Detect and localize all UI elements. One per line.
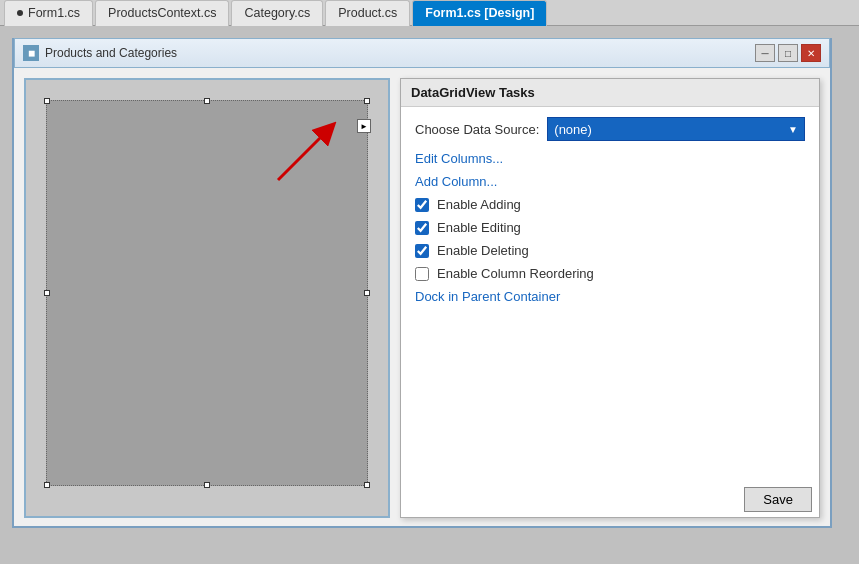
tasks-panel: DataGridView Tasks Choose Data Source: (…: [400, 78, 820, 518]
tab-productscontext[interactable]: ProductsContext.cs: [95, 0, 229, 26]
data-source-row: Choose Data Source: (none) ▼: [415, 117, 805, 141]
enable-adding-label[interactable]: Enable Adding: [437, 197, 521, 212]
enable-reordering-label[interactable]: Enable Column Reordering: [437, 266, 594, 281]
designer-body: ► DataGridView Tasks: [14, 68, 830, 528]
minimize-button[interactable]: ─: [755, 44, 775, 62]
tab-category[interactable]: Category.cs: [231, 0, 323, 26]
close-button[interactable]: ✕: [801, 44, 821, 62]
window-icon: ◼: [23, 45, 39, 61]
tasks-panel-body: Choose Data Source: (none) ▼ Edit Column…: [401, 107, 819, 314]
data-source-dropdown[interactable]: (none) ▼: [547, 117, 805, 141]
window-title: Products and Categories: [45, 46, 755, 60]
handle-middle-left[interactable]: [44, 290, 50, 296]
enable-editing-checkbox[interactable]: [415, 221, 429, 235]
enable-adding-checkbox[interactable]: [415, 198, 429, 212]
handle-top-right[interactable]: [364, 98, 370, 104]
handle-top-middle[interactable]: [204, 98, 210, 104]
form-canvas: ►: [24, 78, 390, 518]
checkbox-enable-adding: Enable Adding: [415, 197, 805, 212]
window-buttons: ─ □ ✕: [755, 44, 821, 62]
smart-tag-button[interactable]: ►: [357, 119, 371, 133]
save-button[interactable]: Save: [744, 487, 812, 512]
window-titlebar: ◼ Products and Categories ─ □ ✕: [14, 38, 830, 68]
tab-form1cs[interactable]: Form1.cs: [4, 0, 93, 26]
data-source-label: Choose Data Source:: [415, 122, 539, 137]
add-column-link[interactable]: Add Column...: [415, 174, 805, 189]
enable-deleting-checkbox[interactable]: [415, 244, 429, 258]
tab-form1design[interactable]: Form1.cs [Design]: [412, 0, 547, 26]
designer-window: ◼ Products and Categories ─ □ ✕: [12, 38, 832, 528]
handle-bottom-left[interactable]: [44, 482, 50, 488]
checkbox-enable-deleting: Enable Deleting: [415, 243, 805, 258]
edit-columns-link[interactable]: Edit Columns...: [415, 151, 805, 166]
restore-button[interactable]: □: [778, 44, 798, 62]
dropdown-arrow-icon: ▼: [788, 124, 798, 135]
tab-dot: [17, 10, 23, 16]
checkbox-enable-reordering: Enable Column Reordering: [415, 266, 805, 281]
tab-bar: Form1.cs ProductsContext.cs Category.cs …: [0, 0, 859, 26]
enable-deleting-label[interactable]: Enable Deleting: [437, 243, 529, 258]
tasks-panel-header: DataGridView Tasks: [401, 79, 819, 107]
tab-product[interactable]: Product.cs: [325, 0, 410, 26]
dock-in-parent-link[interactable]: Dock in Parent Container: [415, 289, 805, 304]
enable-editing-label[interactable]: Enable Editing: [437, 220, 521, 235]
save-button-area: Save: [744, 487, 812, 512]
enable-reordering-checkbox[interactable]: [415, 267, 429, 281]
handle-top-left[interactable]: [44, 98, 50, 104]
handle-middle-right[interactable]: [364, 290, 370, 296]
main-area: ◼ Products and Categories ─ □ ✕: [0, 26, 859, 564]
datagrid-placeholder[interactable]: ►: [46, 100, 368, 486]
handle-bottom-right[interactable]: [364, 482, 370, 488]
checkbox-enable-editing: Enable Editing: [415, 220, 805, 235]
handle-bottom-middle[interactable]: [204, 482, 210, 488]
